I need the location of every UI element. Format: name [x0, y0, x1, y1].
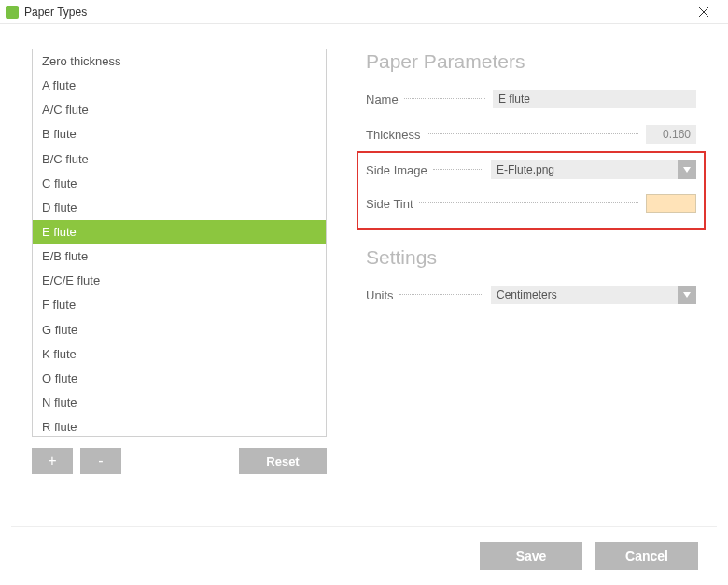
settings-title: Settings	[366, 246, 696, 269]
side-tint-row: Side Tint	[366, 192, 696, 215]
list-item[interactable]: E/C/E flute	[33, 269, 326, 293]
svg-marker-2	[683, 167, 691, 173]
thickness-label: Thickness	[366, 128, 421, 142]
paper-types-list[interactable]: Zero thicknessA fluteA/C fluteB fluteB/C…	[32, 49, 327, 437]
list-item[interactable]: O flute	[33, 367, 326, 391]
list-item[interactable]: R flute	[33, 415, 326, 437]
close-button[interactable]	[685, 0, 722, 24]
units-input[interactable]	[491, 286, 678, 304]
list-item[interactable]: Zero thickness	[33, 49, 326, 74]
close-icon	[699, 7, 708, 17]
list-item[interactable]: B/C flute	[33, 147, 326, 172]
name-input[interactable]	[493, 90, 696, 108]
list-item[interactable]: E flute	[33, 220, 326, 244]
units-label: Units	[366, 288, 394, 302]
paper-parameters-title: Paper Parameters	[366, 50, 696, 73]
name-label: Name	[366, 92, 399, 106]
side-image-dropdown[interactable]	[491, 160, 696, 179]
name-row: Name	[366, 88, 696, 110]
dots-filler	[399, 294, 483, 295]
dropdown-button[interactable]	[678, 160, 696, 179]
thickness-input[interactable]	[646, 125, 696, 144]
side-tint-label: Side Tint	[366, 197, 413, 211]
thickness-row: Thickness	[366, 123, 696, 146]
dots-filler	[427, 133, 638, 134]
dots-filler	[404, 98, 485, 99]
side-tint-swatch[interactable]	[646, 194, 696, 213]
chevron-down-icon	[683, 292, 691, 298]
side-image-input[interactable]	[491, 160, 678, 179]
remove-button[interactable]: -	[80, 448, 121, 474]
units-dropdown[interactable]	[491, 286, 696, 304]
dots-filler	[419, 202, 638, 203]
svg-marker-3	[683, 292, 691, 298]
list-item[interactable]: A flute	[33, 74, 326, 98]
list-item[interactable]: G flute	[33, 318, 326, 342]
side-image-row: Side Image	[366, 159, 696, 181]
chevron-down-icon	[683, 167, 691, 173]
list-item[interactable]: A/C flute	[33, 98, 326, 122]
titlebar: Paper Types	[0, 0, 728, 24]
list-item[interactable]: F flute	[33, 293, 326, 317]
list-item[interactable]: D flute	[33, 196, 326, 220]
reset-button[interactable]: Reset	[239, 448, 327, 474]
dropdown-button[interactable]	[678, 286, 696, 304]
cancel-button[interactable]: Cancel	[595, 542, 698, 570]
list-item[interactable]: C flute	[33, 172, 326, 196]
window-title: Paper Types	[24, 6, 87, 19]
save-button[interactable]: Save	[480, 542, 582, 570]
side-image-label: Side Image	[366, 163, 427, 177]
list-item[interactable]: E/B flute	[33, 244, 326, 269]
add-button[interactable]: +	[32, 448, 73, 474]
dots-filler	[433, 169, 483, 170]
list-item[interactable]: K flute	[33, 342, 326, 367]
highlight-box: Side Image Side Tint	[357, 151, 706, 230]
app-icon	[6, 6, 19, 19]
list-item[interactable]: B flute	[33, 122, 326, 146]
units-row: Units	[366, 284, 696, 306]
list-item[interactable]: N flute	[33, 391, 326, 415]
